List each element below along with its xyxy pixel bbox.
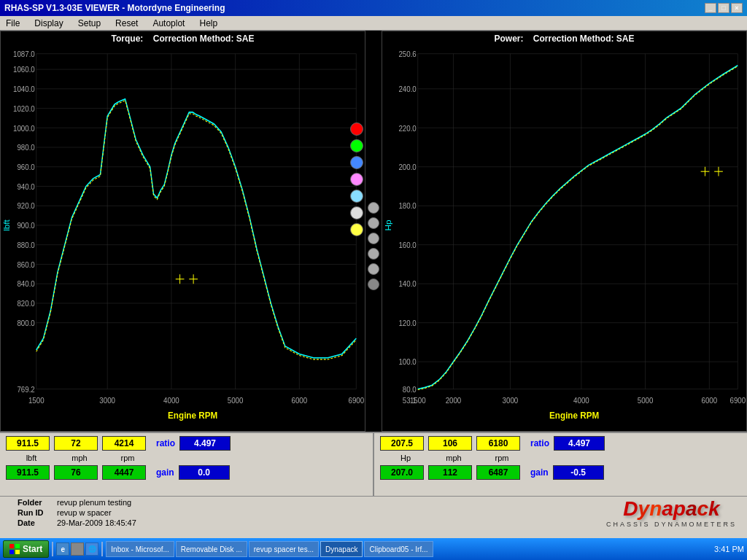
dynapack-logo-text: Dynapack bbox=[606, 497, 737, 521]
start-button[interactable]: Start bbox=[3, 540, 49, 558]
legend-dot-lightblue bbox=[350, 190, 363, 203]
taskbar-separator-1 bbox=[52, 542, 53, 556]
svg-text:980.0: 980.0 bbox=[17, 144, 35, 152]
torque-chart-title: Torque: Correction Method: SAE bbox=[1, 31, 365, 46]
taskbar-separator-2 bbox=[101, 542, 103, 556]
left-rpm-value: 4214 bbox=[102, 436, 146, 451]
right-unit-hp: Hp bbox=[384, 454, 427, 462]
minimize-button[interactable]: _ bbox=[705, 3, 716, 13]
right-gain-value: -0.5 bbox=[553, 465, 604, 480]
logo-area: Dynapack CHASSIS DYNAMOMETERS bbox=[606, 497, 737, 528]
svg-text:Hp: Hp bbox=[384, 219, 392, 230]
left-mph-value: 72 bbox=[54, 436, 98, 451]
torque-chart-panel: Torque: Correction Method: SAE bbox=[0, 31, 365, 432]
menu-reset[interactable]: Reset bbox=[112, 18, 141, 29]
right-rpm-gain-value: 6487 bbox=[476, 465, 520, 480]
left-data-row2: 911.5 76 4447 gain 0.0 bbox=[6, 465, 367, 480]
close-button[interactable]: × bbox=[731, 3, 743, 13]
svg-text:1000.0: 1000.0 bbox=[13, 124, 35, 132]
right-data-row2: 207.0 112 6487 gain -0.5 bbox=[380, 465, 741, 480]
left-unit-row: lbft mph rpm bbox=[6, 454, 367, 462]
center-legend-panel bbox=[365, 31, 382, 432]
power-chart-svg: 250.6 240.0 220.0 200.0 180.0 160.0 140.… bbox=[382, 46, 746, 428]
left-ratio-label: ratio bbox=[156, 438, 175, 448]
window-controls[interactable]: _ □ × bbox=[705, 3, 743, 13]
power-chart-container[interactable]: 250.6 240.0 220.0 200.0 180.0 160.0 140.… bbox=[382, 46, 746, 428]
torque-chart-container[interactable]: 1087.0 1060.0 1040.0 1020.0 1000.0 980.0… bbox=[1, 46, 365, 428]
menu-setup[interactable]: Setup bbox=[75, 18, 104, 29]
svg-text:100.0: 100.0 bbox=[398, 358, 417, 366]
taskbar-time: 3:41 PM bbox=[714, 545, 744, 553]
svg-text:1060.0: 1060.0 bbox=[13, 66, 35, 74]
svg-rect-96 bbox=[15, 550, 20, 554]
charts-area: Torque: Correction Method: SAE bbox=[0, 31, 747, 432]
svg-text:Engine RPM: Engine RPM bbox=[168, 411, 217, 421]
right-legend-dot-6 bbox=[368, 279, 379, 290]
right-hp-value: 207.5 bbox=[380, 436, 424, 451]
menu-bar: File Display Setup Reset Autoplot Help bbox=[0, 16, 747, 31]
right-hp-gain-value: 207.0 bbox=[380, 465, 424, 480]
right-mph-value: 106 bbox=[428, 436, 472, 451]
taskbar-inbox-button[interactable]: Inbox - Microsof... bbox=[106, 541, 174, 557]
taskbar-removable-button[interactable]: Removable Disk ... bbox=[176, 541, 247, 557]
svg-text:3000: 3000 bbox=[99, 396, 115, 404]
menu-display[interactable]: Display bbox=[31, 18, 66, 29]
svg-rect-95 bbox=[9, 550, 14, 554]
quick-launch: e 🌐 bbox=[56, 542, 98, 556]
svg-rect-0 bbox=[1, 46, 365, 428]
svg-text:3000: 3000 bbox=[503, 396, 519, 404]
svg-text:6900: 6900 bbox=[729, 396, 746, 404]
taskbar-revup-button[interactable]: revup spacer tes... bbox=[249, 541, 319, 557]
right-legend-dot-4 bbox=[368, 248, 379, 260]
right-legend-dot-2 bbox=[368, 217, 379, 229]
svg-text:6000: 6000 bbox=[292, 396, 308, 404]
app-title: RHAS-SP V1.3-03E VIEWER - Motordyne Engi… bbox=[4, 3, 225, 13]
right-unit-rpm: rpm bbox=[480, 454, 524, 462]
legend-dot-red bbox=[350, 122, 363, 136]
svg-text:900.0: 900.0 bbox=[17, 222, 35, 230]
runid-label: Run ID bbox=[18, 508, 54, 517]
menu-autoplot[interactable]: Autoplot bbox=[150, 18, 187, 29]
folder-row: Folder revup plenum testing bbox=[18, 498, 136, 507]
svg-text:140.0: 140.0 bbox=[398, 280, 417, 288]
show-desktop-icon[interactable] bbox=[71, 542, 84, 556]
svg-text:6900: 6900 bbox=[348, 396, 364, 404]
right-gain-label: gain bbox=[530, 467, 549, 478]
legend-dot-gray bbox=[350, 206, 363, 219]
right-unit-row: Hp mph rpm bbox=[380, 454, 741, 462]
left-unit-rpm: rpm bbox=[106, 454, 150, 462]
left-mph-gain-value: 76 bbox=[54, 465, 98, 480]
svg-text:180.0: 180.0 bbox=[398, 202, 417, 210]
browser-icon[interactable]: 🌐 bbox=[85, 542, 98, 556]
folder-value: revup plenum testing bbox=[57, 498, 131, 507]
ie-icon[interactable]: e bbox=[56, 542, 69, 556]
svg-text:220.0: 220.0 bbox=[398, 124, 417, 132]
power-chart-title: Power: Correction Method: SAE bbox=[382, 31, 746, 46]
menu-file[interactable]: File bbox=[3, 18, 23, 29]
taskbar-dynapack-button[interactable]: Dynapack bbox=[320, 541, 363, 557]
maximize-button[interactable]: □ bbox=[718, 3, 729, 13]
taskbar-clipboard-button[interactable]: Clipboard05 - Irf... bbox=[364, 541, 433, 557]
svg-text:1040.0: 1040.0 bbox=[13, 85, 35, 93]
svg-text:1020.0: 1020.0 bbox=[13, 104, 35, 112]
svg-text:1087.0: 1087.0 bbox=[13, 50, 35, 58]
svg-text:940.0: 940.0 bbox=[17, 182, 35, 190]
left-unit-mph: mph bbox=[58, 454, 101, 462]
right-legend-dot-1 bbox=[368, 202, 379, 214]
svg-text:5000: 5000 bbox=[228, 396, 244, 404]
left-legend bbox=[350, 122, 363, 236]
svg-text:5000: 5000 bbox=[638, 396, 654, 404]
left-unit-lbft: lbft bbox=[9, 454, 53, 462]
right-legend-dot-5 bbox=[368, 263, 379, 275]
svg-text:120.0: 120.0 bbox=[398, 319, 417, 327]
svg-text:860.0: 860.0 bbox=[17, 260, 35, 268]
legend-dot-green bbox=[350, 139, 363, 152]
svg-rect-93 bbox=[9, 544, 14, 548]
windows-icon bbox=[9, 544, 20, 554]
svg-text:250.6: 250.6 bbox=[398, 50, 417, 58]
power-chart-panel: Power: Correction Method: SAE bbox=[382, 31, 747, 432]
right-mph-gain-value: 112 bbox=[428, 465, 472, 480]
dynapack-subtitle: CHASSIS DYNAMOMETERS bbox=[606, 521, 737, 528]
menu-help[interactable]: Help bbox=[196, 18, 220, 29]
taskbar-right: 3:41 PM bbox=[714, 545, 744, 553]
